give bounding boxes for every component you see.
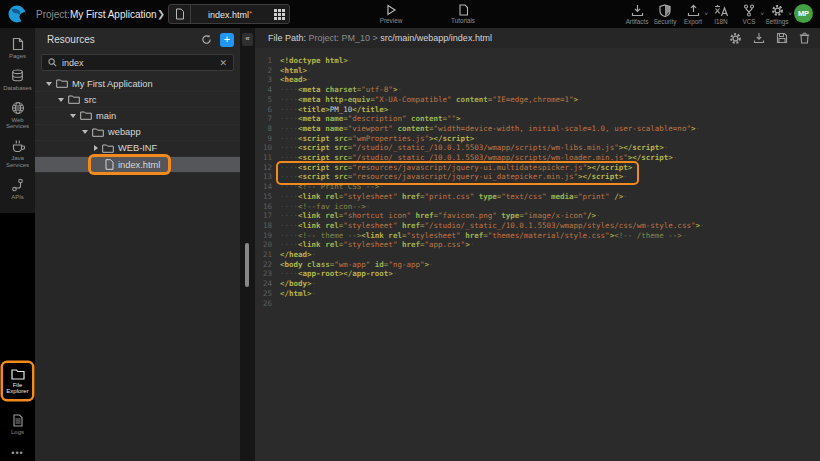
code-line-16[interactable]: 16····<!--fav icon-->· [255, 202, 820, 212]
wavemaker-logo-icon [7, 4, 27, 24]
line-number: 25 [255, 289, 272, 299]
code-line-26[interactable]: 26 [255, 299, 820, 309]
resources-title: Resources [47, 34, 201, 45]
sidebar-item-web-services[interactable]: WebServices [0, 96, 35, 135]
code-line-23[interactable]: 23····<app-root></app-root>· [255, 269, 820, 279]
code-line-content: ····<link rel="stylesheet" href="print.c… [280, 192, 628, 202]
collapse-panel-button[interactable]: « [242, 33, 253, 46]
export-button[interactable]: Export˅ [679, 0, 707, 28]
preview-button[interactable]: Preview [368, 0, 414, 28]
sidebar-overflow-dots[interactable]: ••• [0, 448, 35, 458]
tree-item-index.html[interactable]: index.html [35, 157, 240, 173]
code-line-13[interactable]: 13····<script src="resources/javascript/… [255, 172, 820, 182]
code-line-14[interactable]: 14····<!-- Print CSS -->· [255, 182, 820, 192]
sidebar-item-databases[interactable]: Databases [0, 64, 35, 96]
sidebar-item-logs[interactable]: Logs [0, 409, 35, 440]
user-avatar[interactable]: MP [794, 4, 813, 23]
code-line-22[interactable]: 22<body class="wm-app" id="ng-app">· [255, 260, 820, 270]
line-number: 14 [255, 182, 272, 192]
project-name[interactable]: My First Application [70, 9, 157, 20]
resources-search-box[interactable]: index ✕ [41, 54, 234, 71]
panel-splitter[interactable]: « [240, 28, 255, 461]
caret-expanded-icon[interactable] [82, 130, 88, 134]
code-line-content: <head>· [280, 75, 312, 85]
line-number: 22 [255, 260, 272, 270]
code-editor[interactable]: 1<!doctype html>·2<html>·3<head>·4····<m… [255, 48, 820, 461]
code-line-content: ····<!--fav icon-->· [280, 202, 370, 212]
code-line-15[interactable]: 15····<link rel="stylesheet" href="print… [255, 192, 820, 202]
i18n-button[interactable]: I18N [707, 0, 735, 28]
line-number: 12 [255, 163, 272, 173]
clear-search-icon[interactable]: ✕ [219, 58, 227, 68]
line-number: 4 [255, 85, 272, 95]
security-button[interactable]: Security [651, 0, 679, 28]
sidebar-item-file-explorer[interactable]: FileExplorer [3, 363, 32, 400]
sidebar-item-pages[interactable]: Pages [0, 32, 35, 64]
line-number: 2 [255, 66, 272, 76]
code-line-content: ····<script src="/studio/_static_/10.0.1… [280, 153, 677, 163]
folder-icon [102, 144, 114, 153]
splitter-drag-handle[interactable] [245, 243, 249, 287]
code-line-4[interactable]: 4····<meta charset="utf-8">· [255, 85, 820, 95]
search-input[interactable]: index [62, 58, 219, 68]
top-bar: Project:My First Application ❯ index.htm… [0, 0, 820, 28]
caret-expanded-icon[interactable] [46, 82, 52, 86]
code-line-5[interactable]: 5····<meta http-equiv="X-UA-Compatible" … [255, 95, 820, 105]
sidebar-item-apis[interactable]: APIs [0, 173, 35, 205]
tree-item-web-inf[interactable]: WEB-INF [35, 141, 240, 157]
folder-icon [68, 95, 80, 104]
line-number: 3 [255, 75, 272, 85]
code-line-9[interactable]: 9····<script src="wmProperties.js"></scr… [255, 134, 820, 144]
code-line-10[interactable]: 10····<script src="/studio/_static_/10.0… [255, 143, 820, 153]
code-line-2[interactable]: 2<html>· [255, 66, 820, 76]
tutorials-button[interactable]: Tutorials [440, 0, 486, 28]
refresh-icon[interactable] [201, 34, 212, 45]
tree-item-my-first-application[interactable]: My First Application [35, 76, 240, 92]
caret-collapsed-icon[interactable] [94, 145, 98, 151]
sidebar-item-label: WebServices [6, 117, 29, 131]
code-line-21[interactable]: 21</head>· [255, 250, 820, 260]
code-line-11[interactable]: 11····<script src="/studio/_static_/10.0… [255, 153, 820, 163]
caret-expanded-icon[interactable] [58, 98, 64, 102]
action-label: Artifacts [626, 18, 649, 25]
code-line-6[interactable]: 6····<title>PM_10</title>· [255, 105, 820, 115]
grid-menu-icon[interactable] [269, 9, 289, 20]
line-number: 10 [255, 143, 272, 153]
code-line-17[interactable]: 17····<link rel="shortcut icon" href="fa… [255, 211, 820, 221]
code-line-3[interactable]: 3<head>· [255, 75, 820, 85]
code-line-content: <!doctype html>· [280, 56, 352, 66]
code-line-12[interactable]: 12····<script src="resources/javascript/… [255, 163, 820, 173]
line-number: 8 [255, 124, 272, 134]
code-line-1[interactable]: 1<!doctype html>· [255, 56, 820, 66]
code-line-20[interactable]: 20····<link rel="stylesheet" href="app.c… [255, 240, 820, 250]
open-file-tab[interactable]: index.html* [168, 4, 290, 24]
download-file-icon[interactable] [753, 32, 765, 44]
code-line-24[interactable]: 24</body>· [255, 279, 820, 289]
file-icon [169, 5, 191, 23]
code-line-content: </body>· [280, 279, 316, 289]
delete-file-trash-icon[interactable] [799, 32, 810, 44]
code-line-25[interactable]: 25</html>· [255, 289, 820, 299]
add-resource-button[interactable]: + [220, 33, 234, 47]
caret-expanded-icon[interactable] [70, 114, 76, 118]
save-file-icon[interactable] [776, 32, 788, 44]
tree-item-webapp[interactable]: webapp [35, 125, 240, 141]
pages-icon [11, 37, 24, 51]
settings-button[interactable]: Settings˅ [763, 0, 791, 28]
sidebar-item-java-services[interactable]: JavaServices [0, 134, 35, 173]
code-line-19[interactable]: 19····<!-- theme --><link rel="styleshee… [255, 231, 820, 241]
tree-item-main[interactable]: main [35, 108, 240, 124]
vcs-button[interactable]: VCS˅ [735, 0, 763, 28]
vcs-branch-icon [743, 4, 755, 17]
code-line-18[interactable]: 18····<link rel="stylesheet" href="/stud… [255, 221, 820, 231]
editor-settings-gear-icon[interactable] [729, 32, 742, 45]
code-line-7[interactable]: 7····<meta name="description" content=""… [255, 114, 820, 124]
tree-item-label: src [84, 95, 96, 105]
tab-file-name[interactable]: index.html* [191, 9, 269, 20]
file-explorer-folder-icon [11, 368, 25, 380]
artifacts-button[interactable]: Artifacts [623, 0, 651, 28]
project-breadcrumb: Project:My First Application [36, 0, 157, 28]
left-icon-rail: PagesDatabasesWebServicesJavaServicesAPI… [0, 28, 35, 461]
code-line-8[interactable]: 8····<meta name="viewport" content="widt… [255, 124, 820, 134]
tree-item-src[interactable]: src [35, 92, 240, 108]
